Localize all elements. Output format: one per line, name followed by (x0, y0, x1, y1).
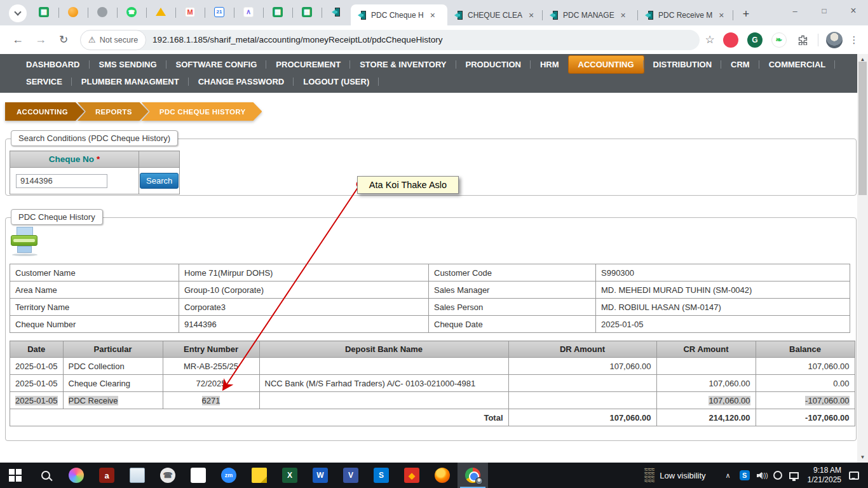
pinned-tab-app[interactable] (325, 1, 347, 23)
cheque-no-input[interactable] (16, 174, 107, 188)
pinned-tab-sheets-3[interactable]: ▦ (296, 1, 318, 23)
menu-dashboard[interactable]: DASHBOARD (17, 56, 90, 73)
table-header-row: Date Particular Entry Number Deposit Ban… (10, 341, 855, 358)
taskbar-firefox[interactable] (427, 463, 458, 488)
tab-pdc-receive[interactable]: PDC Receive M (638, 4, 733, 25)
red-extension-icon[interactable] (723, 32, 738, 48)
menu-sms-sending[interactable]: SMS SENDING (90, 56, 166, 73)
page-scrollbar[interactable] (857, 54, 868, 463)
menu-change-password[interactable]: CHANGE PASSWORD (189, 73, 294, 90)
taskbar-chrome-active[interactable] (458, 463, 488, 488)
taskbar-search-button[interactable] (31, 463, 61, 488)
menu-logout[interactable]: LOGOUT (USER) (294, 73, 379, 90)
pinned-tab-clickup[interactable]: ∧ (238, 1, 259, 23)
chrome-profile-badge (475, 477, 483, 485)
taskbar-notepad[interactable] (122, 463, 153, 488)
weather-label[interactable]: Low visibility (660, 471, 705, 480)
table-row: 2025-01-05 Cheque Clearing 72/2025 NCC B… (10, 375, 855, 392)
chrome-menu-icon[interactable] (846, 31, 862, 49)
back-button[interactable] (8, 30, 28, 50)
menu-accounting[interactable]: ACCOUNTING (569, 56, 644, 73)
grammarly-extension-icon[interactable]: G (747, 32, 763, 48)
page-content: ACCOUNTING REPORTS PDC CHEQUE HISTORY Se… (0, 93, 868, 460)
taskbar-zoom[interactable]: zm (214, 463, 244, 488)
taskbar-avro-keyboard[interactable]: a (92, 463, 122, 488)
breadcrumb-accounting[interactable]: ACCOUNTING (5, 102, 85, 121)
url-text[interactable]: 192.168.1.185/sharif_metal/accounting/mo… (153, 35, 442, 44)
camera-tray-icon[interactable] (770, 463, 786, 488)
address-bar[interactable]: Not secure 192.168.1.185/sharif_metal/ac… (80, 30, 700, 50)
menu-production[interactable]: PRODUCTION (456, 56, 531, 73)
taskbar-whatsapp[interactable]: ☎ (153, 463, 183, 488)
menu-crm[interactable]: CRM (721, 56, 759, 73)
pinned-tab-globe[interactable] (92, 1, 113, 23)
chevron-down-icon (14, 8, 21, 15)
leaf-extension-icon[interactable]: ❧ (771, 32, 787, 48)
forward-button[interactable] (31, 30, 51, 50)
close-tab-icon[interactable] (526, 10, 536, 20)
table-row: Territory Name Corporate3 Sales Person M… (10, 299, 850, 316)
excel-icon: X (282, 468, 297, 483)
pinned-tab-gmail[interactable]: M (179, 1, 201, 23)
search-button[interactable]: Search (140, 173, 179, 189)
taskbar-word[interactable]: W (305, 463, 336, 488)
tab-search-button[interactable] (9, 4, 27, 22)
scrollbar-thumb[interactable] (858, 62, 867, 195)
taskbar-clock[interactable]: 9:18 AM 1/21/2025 (808, 466, 841, 485)
pinned-tab-calendar[interactable]: 21 (208, 1, 230, 23)
cell-particular: Cheque Clearing (63, 375, 163, 392)
close-window-button[interactable] (839, 0, 868, 22)
menu-service[interactable]: SERVICE (17, 73, 72, 90)
extensions-puzzle-icon[interactable] (795, 32, 810, 48)
pinned-tab-sheets-2[interactable]: ▦ (267, 1, 288, 23)
breadcrumb-pdc-cheque-history[interactable]: PDC CHEQUE HISTORY (142, 102, 262, 121)
close-tab-icon[interactable] (716, 10, 726, 20)
cell-date: 2025-01-05 (10, 392, 64, 409)
tab-pdc-manage[interactable]: PDC MANAGE (543, 4, 638, 25)
skype-tray-icon[interactable]: S (736, 463, 753, 488)
tab-cheque-clearing[interactable]: CHEQUE CLEA (447, 4, 543, 25)
menu-distribution[interactable]: DISTRIBUTION (644, 56, 721, 73)
taskbar-red-app[interactable]: ◆ (397, 463, 427, 488)
tab-pdc-cheque-history[interactable]: PDC Cheque H (351, 4, 447, 25)
windows-logo-icon (9, 469, 22, 482)
menu-store-inventory[interactable]: STORE & INVENTORY (350, 56, 456, 73)
menu-commercial[interactable]: COMMERCIAL (759, 56, 836, 73)
pinned-tab-drive[interactable] (150, 1, 172, 23)
new-tab-button[interactable] (737, 5, 755, 23)
bookmark-star-icon[interactable] (701, 31, 719, 49)
action-center-icon[interactable] (849, 471, 859, 480)
windows-taskbar: a ☎ zm X W V S ◆ ≈≈≈≈≈≈≈≈≈≈≈≈ Low visibi… (0, 463, 868, 488)
close-tab-icon[interactable] (428, 10, 438, 20)
taskbar-visio[interactable]: V (336, 463, 366, 488)
print-button[interactable] (10, 227, 40, 256)
taskbar-copilot[interactable] (61, 463, 92, 488)
security-chip[interactable]: Not secure (80, 30, 146, 50)
breadcrumb-reports[interactable]: REPORTS (78, 102, 149, 121)
pinned-tab-sheets-1[interactable]: ▦ (33, 1, 55, 23)
menu-procurement[interactable]: PROCUREMENT (266, 56, 350, 73)
menu-hrm[interactable]: HRM (531, 56, 569, 73)
table-row: 2025-01-05 PDC Collection MR-AB-255/25 1… (10, 358, 855, 375)
close-tab-icon[interactable] (618, 10, 628, 20)
taskbar-media-app[interactable] (183, 463, 214, 488)
start-button[interactable] (0, 463, 31, 488)
cell-entry: 6271 (163, 392, 259, 409)
red-green-app-icon (191, 468, 206, 483)
taskbar-excel[interactable]: X (275, 463, 305, 488)
maximize-button[interactable] (810, 0, 839, 22)
customer-info-table: Customer Name Home 71(Mirpur DOHS) Custo… (10, 264, 850, 333)
menu-software-config[interactable]: SOFTWARE CONFIG (166, 56, 267, 73)
minimize-button[interactable] (780, 0, 810, 22)
taskbar-skype[interactable]: S (366, 463, 397, 488)
hidden-icons-chevron[interactable] (720, 463, 736, 488)
profile-avatar[interactable] (826, 32, 843, 48)
network-icon[interactable] (786, 463, 803, 488)
volume-icon[interactable]: ))) (753, 463, 770, 488)
pinned-tab-whatsapp[interactable]: ☎ (121, 1, 142, 23)
reload-button[interactable] (53, 30, 74, 50)
sheets-icon: ▦ (273, 7, 283, 17)
pinned-tab-orange-app[interactable] (62, 1, 84, 23)
menu-plumber-managment[interactable]: PLUMBER MANAGMENT (72, 73, 189, 90)
taskbar-sticky-notes[interactable] (244, 463, 275, 488)
